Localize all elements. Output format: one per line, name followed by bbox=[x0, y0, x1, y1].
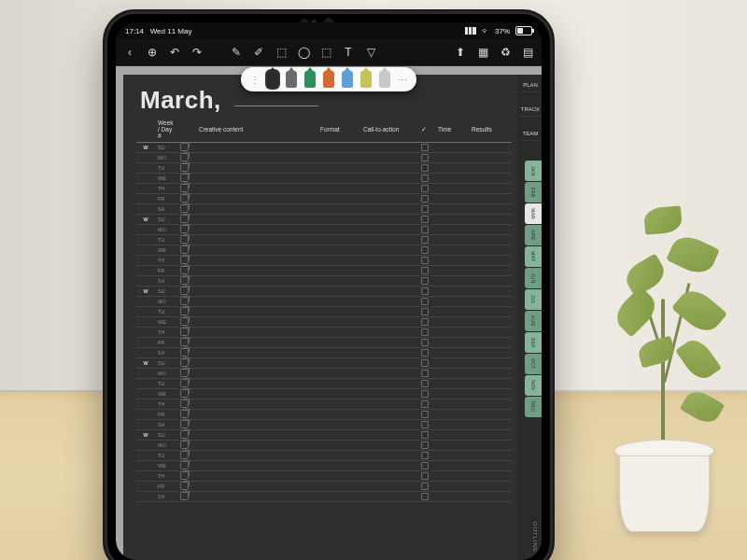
row-edit-checkbox[interactable] bbox=[180, 225, 189, 233]
done-checkbox[interactable] bbox=[421, 359, 429, 367]
pen-color-2[interactable] bbox=[304, 71, 316, 88]
table-row[interactable]: WE bbox=[136, 389, 512, 399]
month-tab-feb[interactable]: FEB bbox=[525, 182, 542, 203]
table-row[interactable]: MO bbox=[136, 441, 512, 451]
eraser-tool-button[interactable]: ◯ bbox=[297, 46, 310, 59]
row-edit-checkbox[interactable] bbox=[180, 338, 189, 346]
row-edit-checkbox[interactable] bbox=[180, 328, 189, 336]
done-checkbox[interactable] bbox=[421, 400, 429, 408]
row-edit-checkbox[interactable] bbox=[180, 153, 189, 161]
share-button[interactable]: ⬆ bbox=[454, 46, 467, 59]
row-edit-checkbox[interactable] bbox=[180, 307, 189, 315]
row-edit-checkbox[interactable] bbox=[180, 441, 189, 449]
done-checkbox[interactable] bbox=[421, 195, 429, 203]
row-edit-checkbox[interactable] bbox=[180, 317, 189, 326]
month-tab-apr[interactable]: APR bbox=[525, 225, 542, 245]
done-checkbox[interactable] bbox=[421, 370, 429, 377]
done-checkbox[interactable] bbox=[421, 329, 429, 336]
done-checkbox[interactable] bbox=[421, 216, 429, 223]
month-tab-jul[interactable]: JUL bbox=[525, 289, 542, 310]
done-checkbox[interactable] bbox=[421, 411, 429, 418]
month-tab-aug[interactable]: AUG bbox=[525, 311, 542, 331]
month-tab-jan[interactable]: JAN bbox=[525, 161, 542, 181]
done-checkbox[interactable] bbox=[421, 452, 429, 459]
done-checkbox[interactable] bbox=[421, 236, 429, 244]
table-row[interactable]: WSU bbox=[136, 358, 512, 369]
table-row[interactable]: SA bbox=[136, 348, 512, 358]
new-page-button[interactable]: ⊕ bbox=[146, 46, 159, 59]
table-row[interactable]: MO bbox=[136, 225, 512, 235]
pen-tool-button[interactable]: ✎ bbox=[230, 46, 243, 59]
table-row[interactable]: SA bbox=[136, 492, 512, 502]
recycle-button[interactable]: ♻ bbox=[499, 46, 512, 59]
row-edit-checkbox[interactable] bbox=[180, 369, 189, 377]
table-row[interactable]: FR bbox=[136, 410, 512, 420]
table-row[interactable]: FR bbox=[136, 338, 512, 348]
month-tab-jun[interactable]: JUN bbox=[525, 268, 542, 288]
done-checkbox[interactable] bbox=[421, 421, 429, 428]
table-row[interactable]: WE bbox=[136, 317, 512, 328]
table-row[interactable]: WE bbox=[136, 461, 512, 471]
row-edit-checkbox[interactable] bbox=[180, 399, 189, 408]
row-edit-checkbox[interactable] bbox=[180, 430, 189, 439]
table-row[interactable]: WSU bbox=[136, 287, 512, 297]
done-checkbox[interactable] bbox=[421, 298, 429, 305]
done-checkbox[interactable] bbox=[421, 431, 429, 439]
table-row[interactable]: WSU bbox=[136, 143, 512, 153]
tab-plan[interactable]: PLAN bbox=[519, 78, 542, 92]
done-checkbox[interactable] bbox=[421, 493, 429, 500]
done-checkbox[interactable] bbox=[421, 339, 429, 346]
tab-track[interactable]: TRACK bbox=[519, 103, 542, 117]
done-checkbox[interactable] bbox=[421, 462, 429, 469]
undo-button[interactable]: ↶ bbox=[168, 46, 181, 59]
month-tab-nov[interactable]: NOV bbox=[525, 375, 542, 396]
done-checkbox[interactable] bbox=[421, 287, 429, 295]
table-row[interactable]: WSU bbox=[136, 215, 512, 225]
done-checkbox[interactable] bbox=[421, 175, 429, 182]
row-edit-checkbox[interactable] bbox=[180, 461, 189, 469]
highlighter-tool-button[interactable]: ⬚ bbox=[275, 46, 288, 59]
row-edit-checkbox[interactable] bbox=[180, 204, 189, 213]
table-row[interactable]: TU bbox=[136, 235, 512, 245]
row-edit-checkbox[interactable] bbox=[180, 492, 189, 500]
pen-color-4[interactable] bbox=[342, 71, 353, 88]
tab-team[interactable]: TEAM bbox=[519, 127, 542, 141]
row-edit-checkbox[interactable] bbox=[180, 174, 189, 182]
row-edit-checkbox[interactable] bbox=[180, 266, 189, 274]
done-checkbox[interactable] bbox=[421, 380, 429, 387]
row-edit-checkbox[interactable] bbox=[180, 287, 189, 295]
table-row[interactable]: SA bbox=[136, 276, 512, 287]
done-checkbox[interactable] bbox=[421, 205, 429, 213]
done-checkbox[interactable] bbox=[421, 257, 429, 264]
done-checkbox[interactable] bbox=[421, 308, 429, 315]
back-button[interactable]: ‹ bbox=[123, 46, 136, 59]
done-checkbox[interactable] bbox=[421, 483, 429, 490]
month-year-field[interactable] bbox=[234, 105, 318, 106]
text-tool-button[interactable]: T bbox=[342, 46, 355, 59]
row-edit-checkbox[interactable] bbox=[180, 163, 189, 172]
pen-color-6[interactable] bbox=[379, 71, 390, 88]
pen-color-5[interactable] bbox=[360, 71, 372, 88]
planner-page[interactable]: March, Week / Day # Creative content For… bbox=[123, 75, 517, 560]
table-row[interactable]: TH bbox=[136, 256, 512, 266]
row-edit-checkbox[interactable] bbox=[180, 389, 189, 398]
done-checkbox[interactable] bbox=[421, 277, 429, 285]
pen-color-3[interactable] bbox=[323, 71, 334, 88]
month-tab-sep[interactable]: SEP bbox=[525, 332, 542, 353]
view-grid-button[interactable]: ▦ bbox=[476, 46, 489, 59]
row-edit-checkbox[interactable] bbox=[180, 410, 189, 418]
row-edit-checkbox[interactable] bbox=[180, 358, 189, 367]
table-row[interactable]: TU bbox=[136, 307, 512, 317]
table-row[interactable]: FR bbox=[136, 194, 512, 204]
shapes-tool-button[interactable]: ▽ bbox=[364, 46, 377, 59]
table-row[interactable]: SA bbox=[136, 420, 512, 430]
redo-button[interactable]: ↷ bbox=[190, 46, 204, 59]
pen-color-0[interactable] bbox=[267, 71, 278, 88]
table-row[interactable]: WE bbox=[136, 245, 512, 256]
table-row[interactable]: MO bbox=[136, 297, 512, 307]
row-edit-checkbox[interactable] bbox=[180, 276, 189, 285]
table-row[interactable]: MO bbox=[136, 369, 512, 379]
table-row[interactable]: TU bbox=[136, 163, 512, 174]
done-checkbox[interactable] bbox=[421, 267, 429, 274]
pill-more-button[interactable]: ⋯ bbox=[398, 75, 407, 85]
